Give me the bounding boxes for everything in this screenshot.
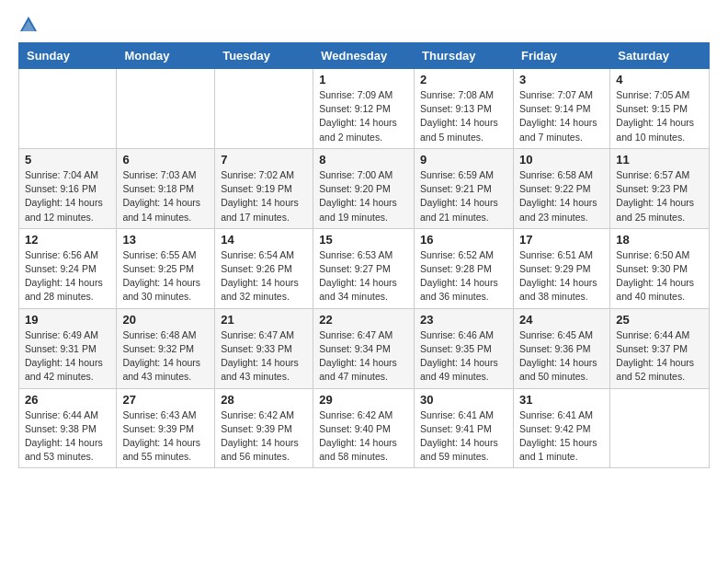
calendar-week-row: 1Sunrise: 7:09 AMSunset: 9:12 PMDaylight… [19, 69, 710, 149]
day-info: Sunrise: 7:02 AMSunset: 9:19 PMDaylight:… [221, 168, 307, 224]
day-info: Sunrise: 6:51 AMSunset: 9:29 PMDaylight:… [519, 248, 604, 304]
day-of-week-header: Wednesday [313, 43, 415, 69]
calendar-cell: 29Sunrise: 6:42 AMSunset: 9:40 PMDayligh… [313, 388, 415, 468]
calendar-cell: 11Sunrise: 6:57 AMSunset: 9:23 PMDayligh… [610, 148, 710, 228]
day-number: 25 [616, 313, 703, 327]
day-info: Sunrise: 6:56 AMSunset: 9:24 PMDaylight:… [25, 248, 110, 304]
day-info: Sunrise: 6:47 AMSunset: 9:34 PMDaylight:… [319, 328, 408, 385]
day-info: Sunrise: 6:43 AMSunset: 9:39 PMDaylight:… [122, 408, 209, 465]
day-info: Sunrise: 6:41 AMSunset: 9:41 PMDaylight:… [420, 408, 507, 465]
calendar-cell: 4Sunrise: 7:05 AMSunset: 9:15 PMDaylight… [610, 69, 710, 149]
day-info: Sunrise: 6:41 AMSunset: 9:42 PMDaylight:… [519, 408, 604, 465]
calendar-cell: 7Sunrise: 7:02 AMSunset: 9:19 PMDaylight… [215, 148, 313, 228]
day-of-week-header: Sunday [19, 43, 117, 69]
day-number: 6 [122, 153, 209, 167]
day-number: 16 [420, 233, 507, 247]
day-info: Sunrise: 6:44 AMSunset: 9:38 PMDaylight:… [25, 408, 110, 465]
day-number: 21 [221, 313, 307, 327]
day-info: Sunrise: 6:48 AMSunset: 9:32 PMDaylight:… [122, 328, 209, 385]
day-of-week-header: Tuesday [215, 43, 313, 69]
calendar-cell: 2Sunrise: 7:08 AMSunset: 9:13 PMDaylight… [415, 69, 514, 149]
day-number: 9 [420, 153, 507, 167]
calendar-cell: 13Sunrise: 6:55 AMSunset: 9:25 PMDayligh… [117, 228, 215, 308]
calendar-cell [215, 69, 313, 149]
day-number: 19 [25, 313, 110, 327]
day-info: Sunrise: 6:53 AMSunset: 9:27 PMDaylight:… [319, 248, 408, 304]
calendar-cell: 19Sunrise: 6:49 AMSunset: 9:31 PMDayligh… [19, 308, 117, 388]
calendar-table: SundayMondayTuesdayWednesdayThursdayFrid… [18, 42, 710, 468]
day-number: 12 [25, 233, 110, 247]
calendar-cell: 28Sunrise: 6:42 AMSunset: 9:39 PMDayligh… [215, 388, 313, 468]
day-number: 24 [519, 313, 604, 327]
calendar-cell: 25Sunrise: 6:44 AMSunset: 9:37 PMDayligh… [610, 308, 710, 388]
day-info: Sunrise: 7:00 AMSunset: 9:20 PMDaylight:… [319, 168, 408, 224]
day-info: Sunrise: 6:54 AMSunset: 9:26 PMDaylight:… [221, 248, 307, 304]
day-info: Sunrise: 6:52 AMSunset: 9:28 PMDaylight:… [420, 248, 507, 304]
calendar-cell: 9Sunrise: 6:59 AMSunset: 9:21 PMDaylight… [415, 148, 514, 228]
day-info: Sunrise: 6:49 AMSunset: 9:31 PMDaylight:… [25, 328, 110, 385]
calendar-cell: 15Sunrise: 6:53 AMSunset: 9:27 PMDayligh… [313, 228, 415, 308]
day-number: 23 [420, 313, 507, 327]
page-header [18, 15, 710, 35]
day-info: Sunrise: 7:04 AMSunset: 9:16 PMDaylight:… [25, 168, 110, 224]
day-info: Sunrise: 6:59 AMSunset: 9:21 PMDaylight:… [420, 168, 507, 224]
day-info: Sunrise: 7:07 AMSunset: 9:14 PMDaylight:… [519, 88, 604, 144]
calendar-cell: 24Sunrise: 6:45 AMSunset: 9:36 PMDayligh… [513, 308, 609, 388]
calendar-cell: 14Sunrise: 6:54 AMSunset: 9:26 PMDayligh… [215, 228, 313, 308]
calendar-cell: 17Sunrise: 6:51 AMSunset: 9:29 PMDayligh… [513, 228, 609, 308]
calendar-cell [19, 69, 117, 149]
calendar-cell [117, 69, 215, 149]
day-number: 11 [616, 153, 703, 167]
calendar-cell: 12Sunrise: 6:56 AMSunset: 9:24 PMDayligh… [19, 228, 117, 308]
day-info: Sunrise: 6:50 AMSunset: 9:30 PMDaylight:… [616, 248, 703, 304]
day-info: Sunrise: 6:42 AMSunset: 9:40 PMDaylight:… [319, 408, 408, 465]
day-of-week-header: Friday [513, 43, 609, 69]
day-number: 8 [319, 153, 408, 167]
calendar-cell: 18Sunrise: 6:50 AMSunset: 9:30 PMDayligh… [610, 228, 710, 308]
day-number: 29 [319, 393, 408, 407]
day-info: Sunrise: 6:42 AMSunset: 9:39 PMDaylight:… [221, 408, 307, 465]
day-number: 30 [420, 393, 507, 407]
calendar-cell: 20Sunrise: 6:48 AMSunset: 9:32 PMDayligh… [117, 308, 215, 388]
calendar-week-row: 19Sunrise: 6:49 AMSunset: 9:31 PMDayligh… [19, 308, 710, 388]
day-number: 22 [319, 313, 408, 327]
day-info: Sunrise: 6:58 AMSunset: 9:22 PMDaylight:… [519, 168, 604, 224]
day-info: Sunrise: 6:44 AMSunset: 9:37 PMDaylight:… [616, 328, 703, 385]
day-number: 18 [616, 233, 703, 247]
day-number: 15 [319, 233, 408, 247]
calendar-header-row: SundayMondayTuesdayWednesdayThursdayFrid… [19, 43, 710, 69]
day-number: 3 [519, 73, 604, 86]
day-number: 7 [221, 153, 307, 167]
day-of-week-header: Monday [117, 43, 215, 69]
calendar-week-row: 12Sunrise: 6:56 AMSunset: 9:24 PMDayligh… [19, 228, 710, 308]
logo [18, 15, 42, 35]
calendar-cell: 27Sunrise: 6:43 AMSunset: 9:39 PMDayligh… [117, 388, 215, 468]
day-of-week-header: Saturday [610, 43, 710, 69]
day-number: 10 [519, 153, 604, 167]
day-number: 5 [25, 153, 110, 167]
day-info: Sunrise: 6:47 AMSunset: 9:33 PMDaylight:… [221, 328, 307, 385]
calendar-cell: 3Sunrise: 7:07 AMSunset: 9:14 PMDaylight… [513, 69, 609, 149]
calendar-cell: 21Sunrise: 6:47 AMSunset: 9:33 PMDayligh… [215, 308, 313, 388]
calendar-cell: 30Sunrise: 6:41 AMSunset: 9:41 PMDayligh… [415, 388, 514, 468]
calendar-cell: 22Sunrise: 6:47 AMSunset: 9:34 PMDayligh… [313, 308, 415, 388]
calendar-cell: 8Sunrise: 7:00 AMSunset: 9:20 PMDaylight… [313, 148, 415, 228]
calendar-cell: 26Sunrise: 6:44 AMSunset: 9:38 PMDayligh… [19, 388, 117, 468]
day-number: 14 [221, 233, 307, 247]
calendar-cell: 1Sunrise: 7:09 AMSunset: 9:12 PMDaylight… [313, 69, 415, 149]
day-of-week-header: Thursday [415, 43, 514, 69]
calendar-cell [610, 388, 710, 468]
day-info: Sunrise: 6:45 AMSunset: 9:36 PMDaylight:… [519, 328, 604, 385]
day-info: Sunrise: 7:08 AMSunset: 9:13 PMDaylight:… [420, 88, 507, 144]
day-number: 27 [122, 393, 209, 407]
calendar-cell: 23Sunrise: 6:46 AMSunset: 9:35 PMDayligh… [415, 308, 514, 388]
day-info: Sunrise: 6:55 AMSunset: 9:25 PMDaylight:… [122, 248, 209, 304]
day-number: 28 [221, 393, 307, 407]
day-info: Sunrise: 7:05 AMSunset: 9:15 PMDaylight:… [616, 88, 703, 144]
day-info: Sunrise: 6:46 AMSunset: 9:35 PMDaylight:… [420, 328, 507, 385]
calendar-cell: 10Sunrise: 6:58 AMSunset: 9:22 PMDayligh… [513, 148, 609, 228]
day-number: 4 [616, 73, 703, 86]
calendar-cell: 31Sunrise: 6:41 AMSunset: 9:42 PMDayligh… [513, 388, 609, 468]
calendar-cell: 6Sunrise: 7:03 AMSunset: 9:18 PMDaylight… [117, 148, 215, 228]
day-info: Sunrise: 6:57 AMSunset: 9:23 PMDaylight:… [616, 168, 703, 224]
